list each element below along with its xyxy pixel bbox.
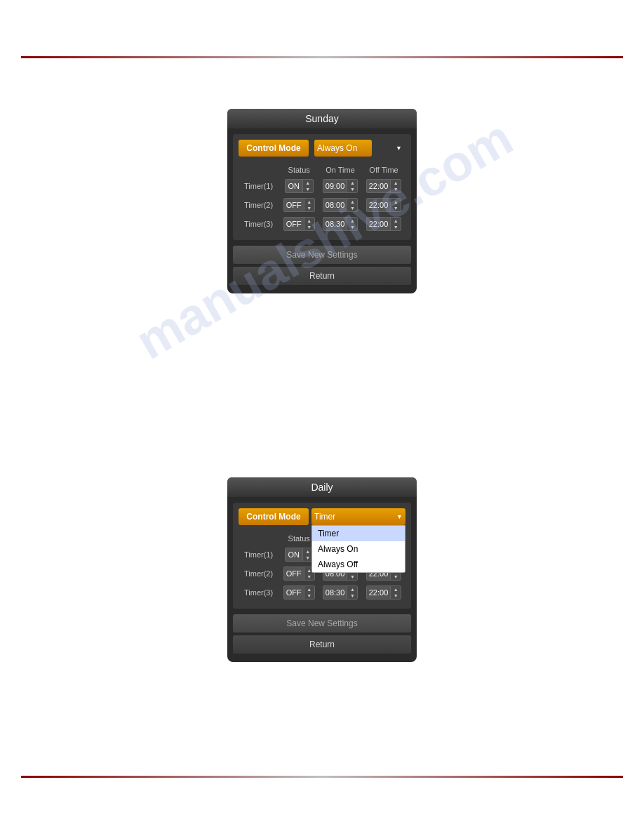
sunday-timer3-ontime-btns[interactable]: ▲ ▼ [347, 218, 357, 230]
daily-timer3-ontime-down[interactable]: ▼ [347, 593, 357, 599]
sunday-panel-inner: Control Mode Always On Timer Always Off … [233, 134, 411, 240]
daily-dropdown-item-timer[interactable]: Timer [312, 526, 405, 541]
daily-timer3-offtime-cell[interactable]: 22:00 ▲ ▼ [362, 584, 405, 601]
sunday-timer1-offtime-cell[interactable]: 22:00 ▲ ▼ [362, 178, 405, 194]
sunday-timer1-ontime-btns[interactable]: ▲ ▼ [347, 180, 357, 192]
daily-panel-container: Daily Control Mode Timer ▼ Timer Always … [227, 477, 417, 662]
sunday-timer2-offtime-spinner[interactable]: 22:00 ▲ ▼ [366, 198, 402, 212]
daily-dropdown-list[interactable]: Timer Always On Always Off [311, 525, 405, 573]
sunday-timer2-offtime-down[interactable]: ▼ [391, 205, 401, 211]
sunday-timer3-status-spinner[interactable]: OFF ▲ ▼ [283, 217, 315, 231]
daily-dropdown-item-always-off[interactable]: Always Off [312, 557, 405, 572]
sunday-timer3-status-up[interactable]: ▲ [304, 218, 314, 224]
sunday-control-mode-wrapper[interactable]: Always On Timer Always Off [311, 140, 405, 157]
daily-timer3-offtime-spinner[interactable]: 22:00 ▲ ▼ [366, 585, 402, 600]
sunday-timer3-ontime-down[interactable]: ▼ [347, 224, 357, 230]
sunday-timer1-ontime-spinner[interactable]: 09:00 ▲ ▼ [323, 179, 358, 193]
sunday-timer3-ontime-spinner[interactable]: 08:30 ▲ ▼ [323, 217, 358, 231]
daily-timer3-status-up[interactable]: ▲ [304, 586, 314, 593]
sunday-timer1-ontime-up[interactable]: ▲ [347, 180, 357, 186]
sunday-timer2-status-btns[interactable]: ▲ ▼ [304, 199, 314, 211]
sunday-timer1-ontime-down[interactable]: ▼ [347, 186, 357, 192]
daily-timer1-status-spinner[interactable]: ON ▲ ▼ [285, 548, 314, 562]
daily-control-mode-wrapper[interactable]: Timer ▼ Timer Always On Always Off [311, 508, 405, 525]
sunday-panel-container: Sunday Control Mode Always On Timer Alwa… [227, 109, 417, 293]
daily-dropdown-item-always-on[interactable]: Always On [312, 541, 405, 557]
sunday-timer1-offtime-up[interactable]: ▲ [391, 180, 401, 186]
sunday-timer1-status-down[interactable]: ▼ [303, 186, 313, 192]
sunday-timer1-ontime-cell[interactable]: 09:00 ▲ ▼ [318, 178, 362, 194]
sunday-col-offtime: Off Time [362, 164, 405, 176]
sunday-control-mode-select[interactable]: Always On Timer Always Off [314, 140, 372, 157]
sunday-timer1-status-btns[interactable]: ▲ ▼ [302, 180, 313, 192]
sunday-timer1-label: Timer(1) [239, 178, 279, 194]
daily-timer3-offtime-up[interactable]: ▲ [391, 586, 401, 593]
daily-timer2-label: Timer(2) [239, 565, 279, 582]
sunday-timer3-status-cell[interactable]: OFF ▲ ▼ [279, 216, 318, 232]
sunday-timer3-offtime-btns[interactable]: ▲ ▼ [390, 218, 401, 230]
daily-timer3-ontime-up[interactable]: ▲ [347, 586, 357, 593]
sunday-timer3-offtime-up[interactable]: ▲ [391, 218, 401, 224]
sunday-timer3-status-down[interactable]: ▼ [304, 224, 314, 230]
daily-timer2-offtime-down[interactable]: ▼ [391, 574, 401, 580]
sunday-timer3-offtime-down[interactable]: ▼ [391, 224, 401, 230]
daily-timer3-offtime-down[interactable]: ▼ [391, 593, 401, 599]
daily-timer2-status-spinner[interactable]: OFF ▲ ▼ [283, 567, 315, 581]
daily-timer3-status-cell[interactable]: OFF ▲ ▼ [279, 584, 318, 601]
sunday-save-button[interactable]: Save New Settings [233, 246, 411, 264]
daily-action-buttons: Save New Settings Return [233, 614, 411, 654]
daily-timer3-status-btns[interactable]: ▲ ▼ [304, 586, 314, 599]
sunday-timer2-status-down[interactable]: ▼ [304, 205, 314, 211]
sunday-control-mode-label: Control Mode [239, 140, 309, 157]
daily-timer3-status-spinner[interactable]: OFF ▲ ▼ [283, 585, 315, 600]
daily-timer3-ontime-cell[interactable]: 08:30 ▲ ▼ [318, 584, 362, 601]
daily-timer1-status-value: ON [286, 549, 302, 560]
sunday-timer2-offtime-up[interactable]: ▲ [391, 199, 401, 205]
daily-timer2-ontime-down[interactable]: ▼ [347, 574, 357, 580]
sunday-timer3-offtime-spinner[interactable]: 22:00 ▲ ▼ [366, 217, 402, 231]
sunday-timer1-status-cell[interactable]: ON ▲ ▼ [279, 178, 318, 194]
sunday-timer3-status-btns[interactable]: ▲ ▼ [304, 218, 314, 230]
daily-timer2-status-down[interactable]: ▼ [304, 574, 314, 580]
sunday-panel-title: Sunday [227, 109, 417, 128]
sunday-timer2-ontime-down[interactable]: ▼ [347, 205, 357, 211]
sunday-timer1-status-up[interactable]: ▲ [303, 180, 313, 186]
daily-dropdown-arrow-icon: ▼ [396, 513, 403, 520]
sunday-timer1-offtime-value: 22:00 [367, 180, 391, 192]
sunday-timer2-status-value: OFF [284, 199, 304, 211]
daily-return-button[interactable]: Return [233, 635, 411, 654]
sunday-timer2-ontime-value: 08:00 [323, 199, 347, 211]
sunday-timer2-status-cell[interactable]: OFF ▲ ▼ [279, 197, 318, 213]
sunday-timer2-ontime-up[interactable]: ▲ [347, 199, 357, 205]
sunday-timer2-ontime-cell[interactable]: 08:00 ▲ ▼ [318, 197, 362, 213]
daily-timer3-ontime-value: 08:30 [323, 587, 347, 598]
daily-save-button[interactable]: Save New Settings [233, 614, 411, 633]
sunday-timer1-offtime-spinner[interactable]: 22:00 ▲ ▼ [366, 179, 402, 193]
daily-panel: Daily Control Mode Timer ▼ Timer Always … [227, 477, 417, 662]
sunday-timer2-offtime-btns[interactable]: ▲ ▼ [390, 199, 401, 211]
sunday-timer1-row: Timer(1) ON ▲ ▼ [239, 178, 405, 194]
sunday-timer2-ontime-spinner[interactable]: 08:00 ▲ ▼ [323, 198, 358, 212]
sunday-timer3-ontime-up[interactable]: ▲ [347, 218, 357, 224]
daily-timer3-status-down[interactable]: ▼ [304, 593, 314, 599]
sunday-timer1-offtime-btns[interactable]: ▲ ▼ [390, 180, 401, 192]
daily-timer3-label: Timer(3) [239, 584, 279, 601]
sunday-timer2-status-spinner[interactable]: OFF ▲ ▼ [283, 198, 315, 212]
sunday-timer2-offtime-cell[interactable]: 22:00 ▲ ▼ [362, 197, 405, 213]
daily-timer3-ontime-spinner[interactable]: 08:30 ▲ ▼ [323, 585, 358, 600]
sunday-timer3-label: Timer(3) [239, 216, 279, 232]
daily-timer3-offtime-btns[interactable]: ▲ ▼ [390, 586, 401, 599]
sunday-timer3-ontime-cell[interactable]: 08:30 ▲ ▼ [318, 216, 362, 232]
sunday-timer2-ontime-btns[interactable]: ▲ ▼ [347, 199, 357, 211]
sunday-timer1-offtime-down[interactable]: ▼ [391, 186, 401, 192]
sunday-timer3-ontime-value: 08:30 [323, 218, 347, 230]
daily-timer3-ontime-btns[interactable]: ▲ ▼ [347, 586, 357, 599]
sunday-timer2-status-up[interactable]: ▲ [304, 199, 314, 205]
sunday-control-mode-row: Control Mode Always On Timer Always Off [239, 140, 405, 157]
daily-timer3-offtime-value: 22:00 [367, 587, 391, 598]
sunday-timer3-offtime-cell[interactable]: 22:00 ▲ ▼ [362, 216, 405, 232]
daily-control-mode-value: Timer [314, 512, 394, 522]
sunday-return-button[interactable]: Return [233, 267, 411, 285]
daily-control-mode-trigger[interactable]: Timer ▼ [311, 508, 405, 525]
sunday-timer1-status-spinner[interactable]: ON ▲ ▼ [285, 179, 314, 193]
